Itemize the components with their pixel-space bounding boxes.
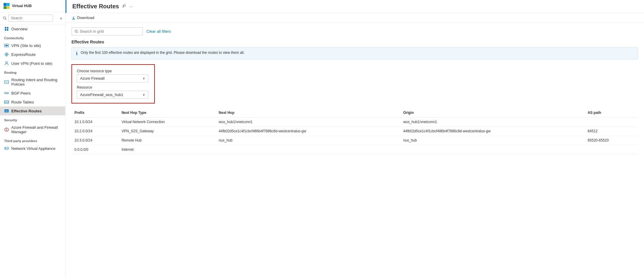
effective-routes-icon (4, 109, 9, 113)
resource-chevron: ∨ (143, 93, 145, 97)
sidebar-item-effective-routes[interactable]: Effective Routes (0, 106, 65, 115)
table-row: 10.1.0.0/24Virtual Network Connectionwus… (71, 117, 638, 127)
resource-type-chevron: ∨ (143, 76, 145, 80)
section-title: Effective Routes (71, 40, 638, 44)
search-bar-row: Clear all filters (71, 27, 638, 35)
svg-rect-16 (4, 100, 9, 103)
search-icon (3, 16, 7, 20)
azure-firewall-icon (4, 127, 9, 132)
routes-table-header: Prefix Next Hop Type Next Hop Origin AS … (71, 108, 638, 117)
resource-value: AzureFirewall_wus_hub1 (80, 92, 123, 97)
cell-next-hop[interactable]: 44fb02d5ce1c4f1cbcf486b4f7886c8d-westcen… (216, 127, 400, 136)
cell-as-path (585, 117, 638, 127)
cell-origin (400, 145, 585, 154)
cell-next-hop-type: VPN_S2S_Gateway (118, 127, 216, 136)
routing-section-title: Routing (0, 68, 65, 76)
sidebar-item-route-tables[interactable]: Route Tables (0, 98, 65, 106)
col-origin: Origin (400, 108, 585, 117)
vpn-icon (4, 43, 9, 48)
sidebar-app-title: Virtual HUB (12, 4, 32, 8)
sidebar-item-expressroute-label: ExpressRoute (11, 52, 36, 57)
table-row: 10.3.0.0/24Remote Hubnus_hubnus_hub65520… (71, 136, 638, 145)
info-banner: ℹ Only the first 100 effective routes ar… (71, 47, 638, 59)
sidebar-item-bgp-label: BGP Peers (11, 91, 31, 95)
page-title: Effective Routes (72, 3, 119, 10)
sidebar-item-vpn[interactable]: VPN (Site to site) (0, 41, 65, 50)
pin-icon (122, 4, 126, 8)
grid-search-icon (75, 30, 78, 33)
sidebar-item-nva[interactable]: Network Virtual Appliance (0, 144, 65, 153)
col-prefix: Prefix (71, 108, 118, 117)
svg-line-1 (5, 19, 6, 20)
cell-as-path (585, 145, 638, 154)
expressroute-icon (4, 52, 9, 57)
cell-next-hop-type: Remote Hub (118, 136, 216, 145)
svg-rect-2 (5, 27, 6, 29)
resource-select[interactable]: AzureFirewall_wus_hub1 ∨ (77, 91, 148, 99)
svg-rect-19 (4, 109, 9, 112)
info-icon: ℹ (76, 51, 78, 56)
svg-rect-5 (7, 29, 8, 31)
sidebar-item-azure-firewall[interactable]: Azure Firewall and Firewall Manager (0, 123, 65, 136)
main-content: Effective Routes ··· Download (66, 0, 644, 278)
cell-prefix: 10.3.0.0/24 (71, 136, 118, 145)
more-options-icon: ··· (129, 4, 133, 9)
cell-prefix: 10.1.0.0/24 (71, 117, 118, 127)
cell-next-hop[interactable]: wus_hub1/vnetconn1 (216, 117, 400, 127)
svg-rect-4 (5, 29, 6, 31)
svg-point-0 (3, 17, 6, 19)
more-options-button[interactable]: ··· (129, 4, 133, 9)
sidebar-item-routing-intent-label: Routing Intent and Routing Policies (11, 78, 61, 87)
clear-filters-button[interactable]: Clear all filters (146, 29, 171, 34)
info-message: Only the first 100 effective routes are … (81, 51, 244, 55)
route-tables-icon (4, 100, 9, 104)
resource-type-select[interactable]: Azure Firewall ∨ (77, 74, 148, 82)
cell-next-hop[interactable]: nus_hub (216, 136, 400, 145)
sidebar-collapse-button[interactable]: « (60, 16, 62, 21)
sidebar-item-nva-label: Network Virtual Appliance (11, 146, 55, 151)
download-button[interactable]: Download (71, 15, 94, 20)
resource-selector-box: Choose resource type Azure Firewall ∨ Re… (71, 64, 155, 103)
security-section-title: Security (0, 115, 65, 123)
table-row: 0.0.0.0/0Internet (71, 145, 638, 154)
cell-origin[interactable]: 44fb02d5ce1c4f1cbcf486b4f7886c8d-westcen… (400, 127, 585, 136)
cell-prefix: 10.2.0.0/24 (71, 127, 118, 136)
sidebar-item-routing-intent[interactable]: Routing Intent and Routing Policies (0, 76, 65, 89)
routes-table: Prefix Next Hop Type Next Hop Origin AS … (71, 108, 638, 154)
cell-origin[interactable]: wus_hub1/vnetconn1 (400, 117, 585, 127)
sidebar-item-effective-routes-label: Effective Routes (11, 109, 42, 113)
svg-point-23 (5, 148, 6, 149)
sidebar-item-overview[interactable]: Overview (0, 24, 65, 33)
svg-point-14 (7, 92, 9, 94)
nva-icon (4, 146, 9, 151)
sidebar-item-uservpn-label: User VPN (Point to site) (11, 61, 52, 66)
sidebar-item-vpn-label: VPN (Site to site) (11, 43, 41, 48)
col-next-hop: Next Hop (216, 108, 400, 117)
cell-as-path: 64512 (585, 127, 638, 136)
cell-origin[interactable]: nus_hub (400, 136, 585, 145)
sidebar-item-expressroute[interactable]: ExpressRoute (0, 50, 65, 59)
cell-next-hop-type: Virtual Network Connection (118, 117, 216, 127)
cell-next-hop-type: Internet (118, 145, 216, 154)
third-party-section-title: Third party providers (0, 136, 65, 144)
svg-rect-3 (7, 27, 8, 29)
page-header: Effective Routes ··· (66, 0, 644, 13)
grid-search-input[interactable] (80, 29, 140, 34)
sidebar-item-overview-label: Overview (11, 27, 27, 31)
sidebar: Virtual HUB « Overview Connectivity VP (0, 0, 66, 278)
sidebar-item-uservpn[interactable]: User VPN (Point to site) (0, 59, 65, 68)
routes-table-body: 10.1.0.0/24Virtual Network Connectionwus… (71, 117, 638, 154)
pin-button[interactable] (122, 4, 126, 9)
cell-prefix: 0.0.0.0/0 (71, 145, 118, 154)
sidebar-item-bgp-peers[interactable]: BGP Peers (0, 89, 65, 98)
col-next-hop-type: Next Hop Type (118, 108, 216, 117)
connectivity-section-title: Connectivity (0, 33, 65, 41)
sidebar-item-route-tables-label: Route Tables (11, 100, 34, 104)
table-row: 10.2.0.0/24VPN_S2S_Gateway44fb02d5ce1c4f… (71, 127, 638, 136)
svg-point-13 (5, 92, 6, 94)
download-label: Download (77, 15, 94, 20)
sidebar-search-input[interactable] (8, 15, 53, 22)
download-icon (71, 16, 76, 20)
sidebar-header: Virtual HUB (0, 0, 65, 12)
svg-line-28 (77, 32, 78, 33)
